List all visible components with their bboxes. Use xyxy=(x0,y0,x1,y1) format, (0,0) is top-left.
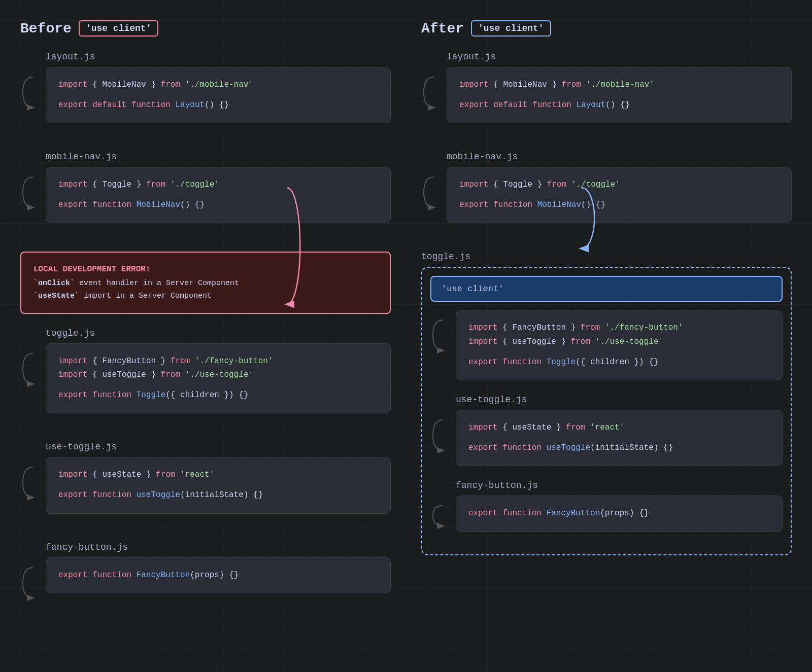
code-line: export function useToggle(initialState) … xyxy=(468,442,770,455)
after-column: After 'use client' layout.js import { Mo… xyxy=(421,20,792,622)
code-line: export function Toggle({ children }) {} xyxy=(58,389,378,402)
code-line: export default function Layout() {} xyxy=(459,99,779,112)
after-title: After 'use client' xyxy=(421,20,792,37)
code-line: import { useToggle } from './use-toggle' xyxy=(468,336,770,349)
code-line: export function MobileNav() {} xyxy=(58,199,378,212)
after-use-toggle-code: import { useState } from 'react' export … xyxy=(456,410,783,466)
after-use-toggle-label: use-toggle.js xyxy=(456,395,783,405)
error-line-1: `onClick` event handler in a Server Comp… xyxy=(33,277,378,290)
after-mobile-nav-label: mobile-nav.js xyxy=(447,152,792,162)
after-mobile-nav-arrow xyxy=(419,167,444,237)
before-mobile-nav-code: import { Toggle } from './toggle' export… xyxy=(46,167,391,223)
error-title: LOCAL DEVELOPMENT ERROR! xyxy=(33,263,378,276)
after-use-client-badge: 'use client' xyxy=(471,20,551,37)
after-layout-label: layout.js xyxy=(447,52,792,62)
before-title: Before 'use client' xyxy=(20,20,391,37)
before-fancy-button-label: fancy-button.js xyxy=(46,542,391,552)
code-line: export default function Layout() {} xyxy=(58,99,378,112)
code-line: export function useToggle(initialState) … xyxy=(58,489,378,502)
before-toggle-code: import { FancyButton } from './fancy-but… xyxy=(46,343,391,414)
client-boundary: 'use client' import { FancyButton } from… xyxy=(421,267,792,555)
before-use-client-badge: 'use client' xyxy=(79,20,159,37)
before-use-toggle-code: import { useState } from 'react' export … xyxy=(46,457,391,513)
before-layout-label: layout.js xyxy=(46,52,391,62)
before-error-box: LOCAL DEVELOPMENT ERROR! `onClick` event… xyxy=(20,252,391,313)
code-line: import { Toggle } from './toggle' xyxy=(459,179,779,192)
after-label: After xyxy=(421,21,464,37)
code-line: import { useState } from 'react' xyxy=(58,469,378,482)
before-fancy-button-code: export function FancyButton(props) {} xyxy=(46,557,391,594)
before-toggle-label: toggle.js xyxy=(46,328,391,338)
code-line: export function FancyButton(props) {} xyxy=(58,569,378,582)
before-label: Before xyxy=(20,21,72,37)
after-layout-arrow xyxy=(419,67,444,137)
after-use-toggle-arrow xyxy=(428,410,453,466)
code-line: import { useState } from 'react' xyxy=(468,421,770,435)
code-line: import { MobileNav } from './mobile-nav' xyxy=(459,79,779,92)
before-mobile-nav-arrow xyxy=(18,167,43,237)
before-use-toggle-arrow xyxy=(18,457,43,527)
after-fancy-button-arrow xyxy=(428,496,453,532)
main-layout: Before 'use client' layout.js import { M… xyxy=(20,20,792,622)
after-mobile-nav-code: import { Toggle } from './toggle' export… xyxy=(447,167,792,223)
code-line: import { MobileNav } from './mobile-nav' xyxy=(58,79,378,92)
after-toggle-arrow xyxy=(428,310,453,380)
before-fancy-button-arrow xyxy=(18,557,43,608)
code-line: import { Toggle } from './toggle' xyxy=(58,179,378,192)
before-use-toggle-label: use-toggle.js xyxy=(46,442,391,452)
after-fancy-button-code: export function FancyButton(props) {} xyxy=(456,496,783,532)
after-use-client-directive: 'use client' xyxy=(430,276,783,302)
before-layout-arrow xyxy=(18,67,43,137)
after-fancy-button-label: fancy-button.js xyxy=(456,480,783,490)
before-layout-code: import { MobileNav } from './mobile-nav'… xyxy=(46,67,391,123)
code-line: import { useToggle } from './use-toggle' xyxy=(58,369,378,382)
before-column: Before 'use client' layout.js import { M… xyxy=(20,20,391,622)
code-line: import { FancyButton } from './fancy-but… xyxy=(58,355,378,368)
code-line: import { FancyButton } from './fancy-but… xyxy=(468,322,770,335)
after-toggle-code: import { FancyButton } from './fancy-but… xyxy=(456,310,783,380)
after-layout-code: import { MobileNav } from './mobile-nav'… xyxy=(447,67,792,123)
after-toggle-label: toggle.js xyxy=(421,252,792,262)
error-line-2: `useState` import in a Server Component xyxy=(33,290,378,303)
code-line: export function MobileNav() {} xyxy=(459,199,779,212)
code-line: export function Toggle({ children }) {} xyxy=(468,356,770,369)
before-toggle-arrow xyxy=(18,343,43,428)
code-line: export function FancyButton(props) {} xyxy=(468,507,770,520)
before-mobile-nav-label: mobile-nav.js xyxy=(46,152,391,162)
